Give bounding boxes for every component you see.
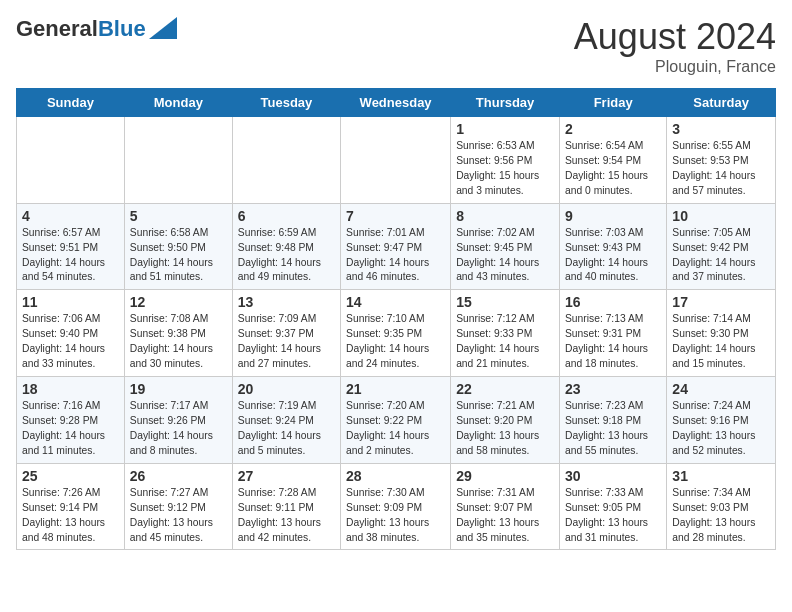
calendar-cell: 2Sunrise: 6:54 AMSunset: 9:54 PMDaylight… — [560, 117, 667, 204]
weekday-header-sunday: Sunday — [17, 89, 125, 117]
day-info: Sunrise: 7:08 AMSunset: 9:38 PMDaylight:… — [130, 312, 227, 372]
day-info: Sunrise: 7:17 AMSunset: 9:26 PMDaylight:… — [130, 399, 227, 459]
day-info: Sunrise: 7:10 AMSunset: 9:35 PMDaylight:… — [346, 312, 445, 372]
day-info: Sunrise: 6:55 AMSunset: 9:53 PMDaylight:… — [672, 139, 770, 199]
day-info: Sunrise: 7:23 AMSunset: 9:18 PMDaylight:… — [565, 399, 661, 459]
calendar-cell — [232, 117, 340, 204]
calendar-cell: 11Sunrise: 7:06 AMSunset: 9:40 PMDayligh… — [17, 290, 125, 377]
day-number: 15 — [456, 294, 554, 310]
svg-marker-0 — [149, 17, 177, 39]
logo-blue: Blue — [98, 16, 146, 42]
calendar-table: SundayMondayTuesdayWednesdayThursdayFrid… — [16, 88, 776, 550]
weekday-header-saturday: Saturday — [667, 89, 776, 117]
day-number: 22 — [456, 381, 554, 397]
day-info: Sunrise: 7:09 AMSunset: 9:37 PMDaylight:… — [238, 312, 335, 372]
day-info: Sunrise: 7:33 AMSunset: 9:05 PMDaylight:… — [565, 486, 661, 546]
calendar-cell: 30Sunrise: 7:33 AMSunset: 9:05 PMDayligh… — [560, 463, 667, 550]
calendar-cell: 9Sunrise: 7:03 AMSunset: 9:43 PMDaylight… — [560, 203, 667, 290]
day-number: 8 — [456, 208, 554, 224]
calendar-cell — [17, 117, 125, 204]
day-number: 26 — [130, 468, 227, 484]
day-number: 28 — [346, 468, 445, 484]
calendar-cell: 13Sunrise: 7:09 AMSunset: 9:37 PMDayligh… — [232, 290, 340, 377]
calendar-cell: 8Sunrise: 7:02 AMSunset: 9:45 PMDaylight… — [451, 203, 560, 290]
calendar-cell: 20Sunrise: 7:19 AMSunset: 9:24 PMDayligh… — [232, 377, 340, 464]
calendar-cell — [341, 117, 451, 204]
weekday-header-wednesday: Wednesday — [341, 89, 451, 117]
weekday-header-thursday: Thursday — [451, 89, 560, 117]
day-info: Sunrise: 7:03 AMSunset: 9:43 PMDaylight:… — [565, 226, 661, 286]
logo-triangle-icon — [149, 17, 177, 39]
calendar-cell: 6Sunrise: 6:59 AMSunset: 9:48 PMDaylight… — [232, 203, 340, 290]
day-info: Sunrise: 7:02 AMSunset: 9:45 PMDaylight:… — [456, 226, 554, 286]
day-info: Sunrise: 7:27 AMSunset: 9:12 PMDaylight:… — [130, 486, 227, 546]
day-number: 7 — [346, 208, 445, 224]
page-header: General Blue August 2024 Plouguin, Franc… — [16, 16, 776, 76]
day-info: Sunrise: 7:28 AMSunset: 9:11 PMDaylight:… — [238, 486, 335, 546]
month-title: August 2024 — [574, 16, 776, 58]
day-info: Sunrise: 6:58 AMSunset: 9:50 PMDaylight:… — [130, 226, 227, 286]
calendar-cell: 5Sunrise: 6:58 AMSunset: 9:50 PMDaylight… — [124, 203, 232, 290]
day-info: Sunrise: 7:16 AMSunset: 9:28 PMDaylight:… — [22, 399, 119, 459]
day-number: 17 — [672, 294, 770, 310]
logo-general: General — [16, 16, 98, 42]
day-info: Sunrise: 7:06 AMSunset: 9:40 PMDaylight:… — [22, 312, 119, 372]
weekday-header-tuesday: Tuesday — [232, 89, 340, 117]
day-info: Sunrise: 7:21 AMSunset: 9:20 PMDaylight:… — [456, 399, 554, 459]
calendar-cell: 17Sunrise: 7:14 AMSunset: 9:30 PMDayligh… — [667, 290, 776, 377]
day-info: Sunrise: 6:54 AMSunset: 9:54 PMDaylight:… — [565, 139, 661, 199]
title-block: August 2024 Plouguin, France — [574, 16, 776, 76]
day-number: 11 — [22, 294, 119, 310]
day-number: 25 — [22, 468, 119, 484]
calendar-cell: 19Sunrise: 7:17 AMSunset: 9:26 PMDayligh… — [124, 377, 232, 464]
day-info: Sunrise: 6:53 AMSunset: 9:56 PMDaylight:… — [456, 139, 554, 199]
calendar-cell: 12Sunrise: 7:08 AMSunset: 9:38 PMDayligh… — [124, 290, 232, 377]
day-info: Sunrise: 7:14 AMSunset: 9:30 PMDaylight:… — [672, 312, 770, 372]
day-number: 10 — [672, 208, 770, 224]
day-number: 21 — [346, 381, 445, 397]
day-number: 2 — [565, 121, 661, 137]
calendar-cell: 23Sunrise: 7:23 AMSunset: 9:18 PMDayligh… — [560, 377, 667, 464]
calendar-cell: 18Sunrise: 7:16 AMSunset: 9:28 PMDayligh… — [17, 377, 125, 464]
calendar-cell: 7Sunrise: 7:01 AMSunset: 9:47 PMDaylight… — [341, 203, 451, 290]
day-info: Sunrise: 7:01 AMSunset: 9:47 PMDaylight:… — [346, 226, 445, 286]
day-info: Sunrise: 7:20 AMSunset: 9:22 PMDaylight:… — [346, 399, 445, 459]
day-number: 23 — [565, 381, 661, 397]
logo: General Blue — [16, 16, 177, 42]
day-info: Sunrise: 7:12 AMSunset: 9:33 PMDaylight:… — [456, 312, 554, 372]
calendar-cell: 25Sunrise: 7:26 AMSunset: 9:14 PMDayligh… — [17, 463, 125, 550]
day-info: Sunrise: 6:59 AMSunset: 9:48 PMDaylight:… — [238, 226, 335, 286]
day-number: 9 — [565, 208, 661, 224]
day-info: Sunrise: 7:31 AMSunset: 9:07 PMDaylight:… — [456, 486, 554, 546]
day-info: Sunrise: 7:19 AMSunset: 9:24 PMDaylight:… — [238, 399, 335, 459]
calendar-cell: 24Sunrise: 7:24 AMSunset: 9:16 PMDayligh… — [667, 377, 776, 464]
calendar-cell: 4Sunrise: 6:57 AMSunset: 9:51 PMDaylight… — [17, 203, 125, 290]
weekday-header-friday: Friday — [560, 89, 667, 117]
day-number: 20 — [238, 381, 335, 397]
day-number: 29 — [456, 468, 554, 484]
calendar-cell: 3Sunrise: 6:55 AMSunset: 9:53 PMDaylight… — [667, 117, 776, 204]
day-number: 31 — [672, 468, 770, 484]
day-info: Sunrise: 7:05 AMSunset: 9:42 PMDaylight:… — [672, 226, 770, 286]
calendar-cell: 16Sunrise: 7:13 AMSunset: 9:31 PMDayligh… — [560, 290, 667, 377]
calendar-cell: 31Sunrise: 7:34 AMSunset: 9:03 PMDayligh… — [667, 463, 776, 550]
day-number: 16 — [565, 294, 661, 310]
calendar-cell: 10Sunrise: 7:05 AMSunset: 9:42 PMDayligh… — [667, 203, 776, 290]
day-info: Sunrise: 6:57 AMSunset: 9:51 PMDaylight:… — [22, 226, 119, 286]
day-number: 13 — [238, 294, 335, 310]
day-number: 27 — [238, 468, 335, 484]
day-number: 14 — [346, 294, 445, 310]
day-info: Sunrise: 7:26 AMSunset: 9:14 PMDaylight:… — [22, 486, 119, 546]
day-number: 19 — [130, 381, 227, 397]
day-number: 24 — [672, 381, 770, 397]
day-number: 4 — [22, 208, 119, 224]
day-info: Sunrise: 7:13 AMSunset: 9:31 PMDaylight:… — [565, 312, 661, 372]
day-number: 18 — [22, 381, 119, 397]
calendar-cell: 26Sunrise: 7:27 AMSunset: 9:12 PMDayligh… — [124, 463, 232, 550]
weekday-header-monday: Monday — [124, 89, 232, 117]
calendar-cell: 29Sunrise: 7:31 AMSunset: 9:07 PMDayligh… — [451, 463, 560, 550]
day-info: Sunrise: 7:24 AMSunset: 9:16 PMDaylight:… — [672, 399, 770, 459]
day-number: 6 — [238, 208, 335, 224]
calendar-cell — [124, 117, 232, 204]
calendar-cell: 28Sunrise: 7:30 AMSunset: 9:09 PMDayligh… — [341, 463, 451, 550]
